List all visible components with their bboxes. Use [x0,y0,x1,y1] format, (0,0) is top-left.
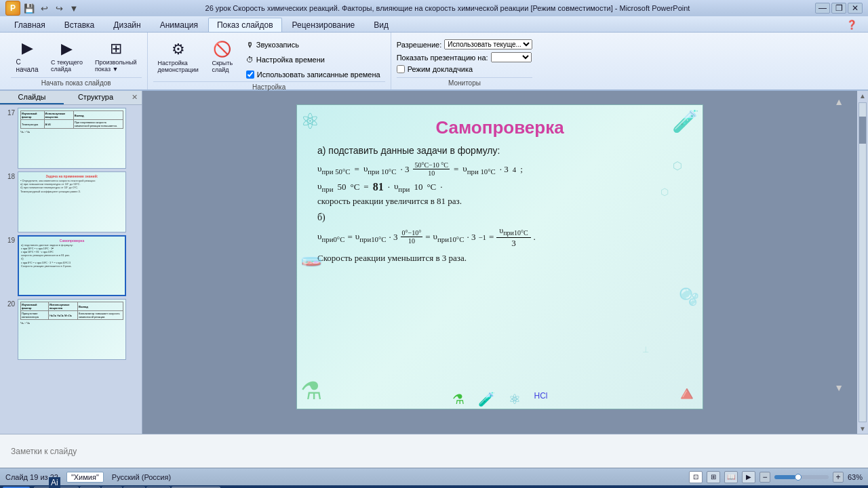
zoom-level: 63% [848,473,863,481]
zoom-plus-btn[interactable]: + [833,472,844,483]
scroll-down-btn[interactable]: ▼ [834,382,844,393]
use-timings-check[interactable] [246,70,254,79]
slide-body: а) подставить данные задачи в формулу: υ… [297,145,703,264]
show-on-select[interactable] [491,52,532,62]
from-start-btn[interactable]: ▶ Сначала [11,37,43,75]
tab-view[interactable]: Вид [365,18,397,32]
tab-animation[interactable]: Анимация [151,18,207,32]
slide-item-18[interactable]: 18 Задача на применение знаний: • Опреде… [3,171,139,232]
resolution-select[interactable]: Использовать текуще... [444,39,532,49]
slide-item-17[interactable]: 17 Изучаемый факторИспользуемые вещества… [3,108,139,169]
tab-structure[interactable]: Структура [64,91,127,104]
hide-slide-icon: 🚫 [213,41,231,58]
custom-show-btn[interactable]: ⊞ Произвольныйпоказ ▼ [90,37,142,75]
nu-0: υпри0°С [317,231,344,243]
tab-review[interactable]: Рецензирование [283,18,364,32]
eq4: = [347,232,352,243]
tab-home[interactable]: Главная [5,18,54,32]
deco-tube-r: ⟂ [643,344,648,354]
custom-show-label: Произвольныйпоказ ▼ [95,59,137,73]
scroll-right-up[interactable]: ▲ [858,91,867,101]
slide-item-20[interactable]: 20 Изучаемый факторИспользуемые вещества… [3,299,139,360]
scroll-up-btn[interactable]: ▲ [834,96,844,107]
tab-design[interactable]: Дизайн [104,18,149,32]
slide-thumb-inner-17: Изучаемый факторИспользуемые веществаВыв… [18,108,125,168]
slide-thumb-18[interactable]: Задача на применение знаний: • Определит… [18,171,126,232]
presenter-mode-check[interactable] [397,65,405,73]
presenter-mode-label: Режим докладчика [408,65,473,73]
save-quick-btn[interactable]: 💾 [23,2,35,14]
slide-title: Самопроверка [297,117,703,138]
slide-sorter-btn[interactable]: ⊞ [707,471,720,483]
group-setup-label: Настройка [153,81,385,91]
help-btn[interactable]: ❓ [841,18,863,32]
deg-c: °С [350,182,359,192]
deco-atom-tl: ⚛ [300,108,320,134]
setup-demo-label: Настройкадемонстрации [158,60,199,73]
ribbon-group-monitors: Разрешение: Использовать текуще... Показ… [391,33,538,89]
tab-slideshow[interactable]: Показ слайдов [208,18,282,32]
slide-thumb-19[interactable]: Самопроверка а) подставить данные задачи… [18,235,126,296]
undo-quick-btn[interactable]: ↩ [38,2,50,14]
from-current-label: С текущегослайда [51,59,83,73]
exponent-frac: 50°С−10 °С 10 [413,161,449,177]
thumb-table-17: Изучаемый факторИспользуемые веществаВыв… [20,110,123,129]
resolution-label: Разрешение: [397,41,442,49]
title-bar-left: P 💾 ↩ ↪ ▼ [5,1,80,16]
presenter-mode-row: Режим докладчика [397,65,533,73]
slide-number-20: 20 [3,299,15,308]
semicolon: ; [520,164,523,175]
resolution-row: Разрешение: Использовать текуще... [397,39,533,49]
thumb-title-19: Самопроверка [21,239,123,243]
audio-record-btn[interactable]: 🎙 Звукозапись [241,38,385,52]
maximize-btn[interactable]: ❐ [831,3,846,14]
normal-view-btn[interactable]: ⊡ [689,471,703,483]
timing-btn[interactable]: ⏱ Настройка времени [241,53,385,66]
tab-slides[interactable]: Слайды [0,91,64,104]
ai-badge: Ai [49,477,60,488]
deco-mol-1: ⬡ [673,159,682,172]
slide-item-19[interactable]: 19 Самопроверка а) подставить данные зад… [3,235,139,296]
panel-close-btn[interactable]: ✕ [127,91,142,104]
ribbon-group-setup: ⚙ Настройкадемонстрации 🚫 Скрытьслайд 🎙 … [148,33,391,89]
qa-dropdown-btn[interactable]: ▼ [68,2,80,14]
slides-list[interactable]: 17 Изучаемый факторИспользуемые вещества… [0,105,142,434]
formula-block-a: υпри 50°С = υпри 10°С · 3 50°С−10 °С 10 … [317,161,682,207]
eq2: = [454,164,458,175]
nu-10-2: υпри 10°С [462,163,496,176]
tab-insert[interactable]: Вставка [56,18,104,32]
slide-thumb-20[interactable]: Изучаемый факторИспользуемые веществаВыв… [18,299,126,360]
zoom-thumb[interactable] [795,474,802,481]
nu-10-1: υпри 10°С [363,163,397,176]
dot3: · [388,182,390,192]
slideshow-view-btn[interactable]: ▶ [742,471,755,483]
from-current-btn[interactable]: ▶ С текущегослайда [46,37,87,75]
minimize-btn[interactable]: — [815,3,830,14]
deco-atom-b: ⚛ [509,391,521,407]
scroll-right-down[interactable]: ▼ [858,424,867,434]
redo-quick-btn[interactable]: ↪ [53,2,65,14]
office-logo[interactable]: P [5,1,20,16]
title-bar-controls: — ❐ ✕ [815,3,863,14]
reading-view-btn[interactable]: 📖 [724,471,738,483]
slide-thumb-17[interactable]: Изучаемый факторИспользуемые веществаВыв… [18,108,126,169]
notes-input[interactable] [11,447,857,456]
setup-demo-btn[interactable]: ⚙ Настройкадемонстрации [153,38,203,76]
audio-icon: 🎙 [246,41,254,49]
slide-view: ▲ ⚛ 🧪 ⚗ 🔺 🧫 🫧 ⬡ ⬡ ⟂ Самопроверка а) подс… [142,91,857,434]
zoom-minus-btn[interactable]: − [760,472,770,483]
group-start-label: Начать показ слайдов [11,77,142,87]
show-on-label: Показать презентацию на: [397,54,488,62]
use-timings-btn[interactable]: Использовать записанные времена [241,68,385,81]
hide-slide-btn[interactable]: 🚫 Скрытьслайд [206,38,239,76]
space-10: 10 [414,182,422,192]
small-btns-group: 🎙 Звукозапись ⏱ Настройка времени Исполь… [241,38,385,81]
scroll-thumb[interactable] [859,117,866,144]
thumb-table-20: Изучаемый факторИспользуемые веществаВыв… [20,302,123,320]
notes-area [0,434,868,468]
slide-number-19: 19 [3,235,15,244]
slide-number-18: 18 [3,171,15,180]
close-btn[interactable]: ✕ [848,3,863,14]
nu-10-5: υпри10°С [433,231,465,243]
scroll-track [859,102,867,422]
